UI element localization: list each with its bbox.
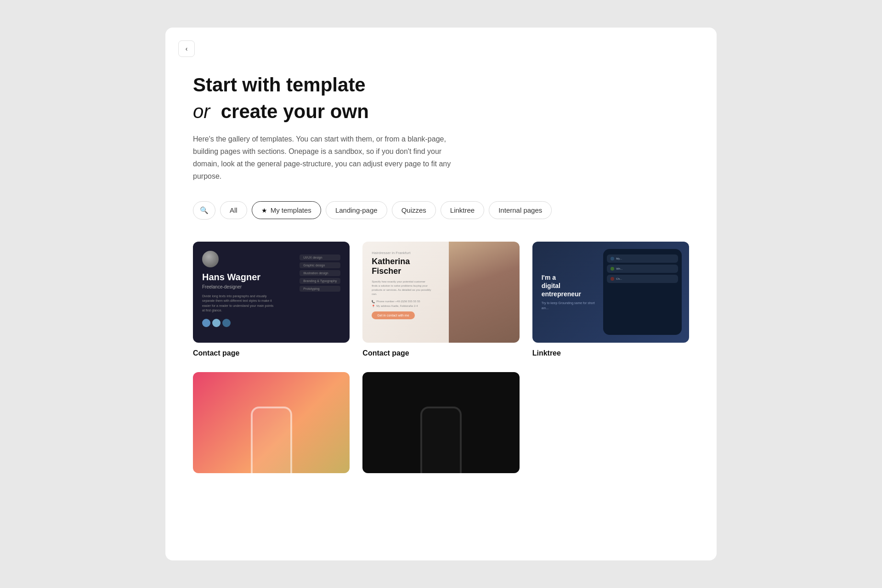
filter-my-templates[interactable]: ★ My templates [252, 201, 321, 219]
hans-desc: Divide long texts into paragraphs and vi… [202, 294, 276, 313]
template-thumb-3: I'm adigitalentrepreneur Try to keep Gro… [532, 242, 689, 343]
filter-my-templates-label: My templates [271, 206, 311, 214]
filter-bar: 🔍 All ★ My templates Landing-page Quizze… [193, 201, 689, 220]
template-card-linktree[interactable]: I'm adigitalentrepreneur Try to keep Gro… [532, 242, 689, 357]
star-icon: ★ [261, 207, 267, 214]
hero-title-line2: or create your own [193, 100, 689, 123]
template-label-1: Contact page [193, 349, 350, 357]
filter-linktree-label: Linktree [450, 206, 475, 214]
search-button[interactable]: 🔍 [193, 201, 215, 220]
filter-internal-pages-label: Internal pages [498, 206, 542, 214]
template-thumb-1: Hans Wagner Freelance-designer Divide lo… [193, 242, 350, 343]
filter-all[interactable]: All [220, 201, 247, 219]
chevron-left-icon: ‹ [186, 45, 188, 52]
template-card-contact-2[interactable]: Hairdresser in Frankfurt Katherina Fisch… [362, 242, 519, 357]
hairdresser-photo [449, 242, 520, 343]
filter-all-label: All [230, 206, 237, 214]
template-label-2: Contact page [362, 349, 519, 357]
linktree-subtext: Try to keep Grounding same for short am.… [542, 301, 597, 311]
hairdresser-desc: Specify how exactly your potential custo… [372, 280, 431, 296]
phone-outline-1 [251, 407, 292, 473]
hero-description: Here's the gallery of templates. You can… [193, 133, 464, 183]
template-label-3: Linktree [532, 349, 689, 357]
templates-grid: Hans Wagner Freelance-designer Divide lo… [193, 242, 689, 480]
filter-quizzes[interactable]: Quizzes [392, 201, 436, 219]
hairdresser-cta: Get in contact with me [372, 311, 414, 319]
filter-linktree[interactable]: Linktree [441, 201, 484, 219]
hans-avatar [202, 251, 219, 267]
filter-landing-page[interactable]: Landing-page [326, 201, 387, 219]
template-thumb-2: Hairdresser in Frankfurt Katherina Fisch… [362, 242, 519, 343]
template-card-gradient[interactable] [193, 372, 350, 480]
back-button[interactable]: ‹ [178, 40, 195, 57]
filter-internal-pages[interactable]: Internal pages [489, 201, 552, 219]
hero-italic: or [193, 101, 210, 122]
hero-section: Start with template or create your own H… [193, 74, 689, 183]
template-thumb-5 [362, 372, 519, 473]
hairdresser-name: Katherina Fischer [372, 257, 427, 276]
phone-outline-2 [420, 407, 462, 473]
hero-bold: create your own [221, 101, 369, 122]
linktree-headline: I'm adigitalentrepreneur [542, 273, 581, 299]
template-card-dark2[interactable] [362, 372, 519, 480]
hero-title-line1: Start with template [193, 74, 689, 96]
hans-links [202, 319, 340, 327]
phone-screen: My... Wh... Ch... [603, 249, 682, 335]
main-container: ‹ Start with template or create your own… [165, 28, 717, 560]
template-thumb-4 [193, 372, 350, 473]
filter-landing-page-label: Landing-page [335, 206, 378, 214]
search-icon: 🔍 [200, 206, 209, 215]
filter-quizzes-label: Quizzes [401, 206, 426, 214]
hans-skills: UI/UX design Graphic design Illustration… [300, 254, 340, 292]
template-card-contact-1[interactable]: Hans Wagner Freelance-designer Divide lo… [193, 242, 350, 357]
